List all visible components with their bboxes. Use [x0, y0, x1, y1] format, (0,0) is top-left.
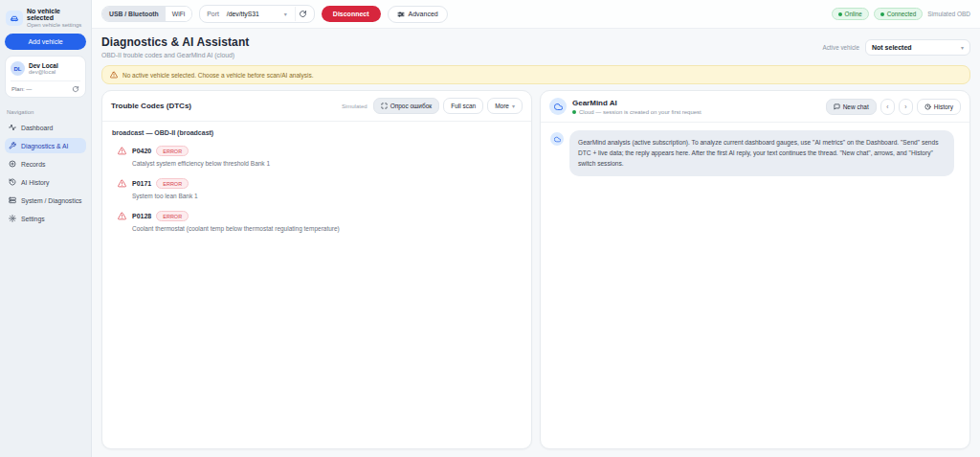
connected-status-badge: Connected [874, 8, 923, 20]
refresh-icon [299, 10, 307, 18]
dtc-group-title: broadcast — OBD-II (broadcast) [112, 129, 522, 136]
sidebar-item-label: AI History [21, 179, 49, 186]
page-title: Diagnostics & AI Assistant [101, 35, 249, 49]
cloud-icon [549, 98, 567, 115]
sidebar-item-ai-history[interactable]: AI History [5, 174, 86, 190]
avatar: DL [11, 61, 25, 76]
user-card: DL Dev Local dev@local Plan: — [5, 56, 86, 98]
warning-triangle-icon [118, 212, 126, 220]
user-email: dev@local [29, 69, 58, 75]
severity-badge: ERROR [156, 211, 189, 221]
more-button[interactable]: More▾ [487, 98, 523, 114]
dtc-panel: Trouble Codes (DTCs) Simulated Опрос оши… [101, 90, 532, 449]
refresh-icon[interactable] [72, 85, 79, 93]
full-scan-button[interactable]: Full scan [443, 98, 483, 114]
warning-triangle-icon [118, 179, 126, 188]
sidebar: No vehicle selected Open vehicle setting… [0, 0, 92, 457]
gear-icon [9, 215, 16, 222]
chat-icon [834, 103, 840, 110]
chevron-down-icon: ▾ [512, 103, 515, 109]
active-vehicle-label: Active vehicle [823, 44, 860, 51]
page-subtitle: OBD-II trouble codes and GearMind AI (cl… [101, 52, 249, 58]
sidebar-item-system-diagnostics[interactable]: System / Diagnostics [5, 193, 86, 208]
port-group: Port /dev/ttyS31 ▾ [199, 5, 315, 23]
wifi-tab[interactable]: WiFi [166, 7, 192, 21]
dtc-panel-title: Trouble Codes (DTCs) [111, 102, 191, 110]
no-vehicle-warning-banner: No active vehicle selected. Choose a veh… [101, 65, 970, 84]
prev-chat-button[interactable]: ‹ [880, 99, 895, 115]
warning-text: No active vehicle selected. Choose a veh… [122, 72, 313, 79]
warning-icon [110, 71, 118, 79]
server-icon [9, 196, 16, 204]
active-vehicle-value: Not selected [872, 44, 912, 51]
dtc-code: P0420 [132, 148, 151, 154]
disconnect-button[interactable]: Disconnect [322, 6, 381, 22]
ai-message-row: GearMind analysis (active subscription).… [550, 130, 960, 176]
vehicle-chip-subtitle: Open vehicle settings [27, 22, 85, 28]
dtc-description: System too lean Bank 1 [132, 193, 198, 199]
vehicle-chip[interactable]: No vehicle selected Open vehicle setting… [5, 6, 86, 34]
dtc-code: P0128 [132, 213, 151, 219]
sidebar-item-dashboard[interactable]: Dashboard [5, 120, 86, 135]
content-panels: Trouble Codes (DTCs) Simulated Опрос оши… [92, 90, 980, 457]
sidebar-item-records[interactable]: Records [5, 156, 86, 171]
dtc-row[interactable]: P0420 ERROR Catalyst system efficiency b… [112, 143, 522, 175]
simulated-obd-label: Simulated OBD [927, 11, 970, 17]
advanced-button[interactable]: Advanced [388, 6, 448, 23]
ai-avatar-cloud-icon [550, 132, 564, 146]
dtc-description: Catalyst system efficiency below thresho… [132, 160, 270, 167]
nav-section-label: Navigation [7, 109, 84, 115]
active-vehicle-select[interactable]: Not selected ▾ [865, 39, 970, 56]
ai-welcome-message: GearMind analysis (active subscription).… [569, 130, 954, 176]
dtc-row[interactable]: P0171 ERROR System too lean Bank 1 [112, 175, 522, 208]
sidebar-item-label: Diagnostics & AI [21, 143, 69, 149]
page-header: Diagnostics & AI Assistant OBD-II troubl… [92, 29, 980, 64]
chevron-down-icon: ▾ [961, 44, 964, 51]
sidebar-item-settings[interactable]: Settings [5, 211, 86, 226]
advanced-label: Advanced [409, 11, 438, 17]
scan-icon [381, 103, 388, 109]
car-icon [6, 11, 23, 26]
online-dot-icon [838, 12, 842, 16]
vehicle-chip-title: No vehicle selected [27, 8, 85, 21]
disc-icon [9, 160, 16, 168]
sliders-icon [397, 11, 405, 18]
connection-toolbar: USB / Bluetooth WiFi Port /dev/ttyS31 ▾ … [92, 0, 980, 29]
poll-errors-button[interactable]: Опрос ошибок [373, 98, 440, 114]
sidebar-item-label: Settings [21, 216, 45, 222]
dtc-mode-hint: Simulated [342, 103, 368, 109]
port-select[interactable]: /dev/ttyS31 ▾ [223, 11, 291, 17]
severity-badge: ERROR [156, 146, 189, 156]
dtc-code: P0171 [132, 180, 151, 187]
dtc-row[interactable]: P0128 ERROR Coolant thermostat (coolant … [112, 208, 522, 240]
severity-badge: ERROR [156, 178, 189, 189]
port-label: Port [204, 11, 218, 17]
wrench-icon [9, 142, 16, 149]
add-vehicle-button[interactable]: Add vehicle [5, 34, 86, 50]
sidebar-item-label: Dashboard [21, 125, 53, 131]
sidebar-item-label: System / Diagnostics [21, 197, 81, 204]
connected-dot-icon [880, 12, 884, 16]
new-chat-button[interactable]: New chat [826, 99, 877, 115]
ai-panel-subtitle: Cloud — session is created on your first… [579, 109, 702, 115]
cloud-status-dot-icon [572, 110, 576, 114]
transport-segmented-control: USB / Bluetooth WiFi [101, 6, 192, 22]
next-chat-button[interactable]: › [899, 99, 913, 115]
online-status-badge: Online [832, 8, 869, 20]
ai-panel-title: GearMind AI [572, 99, 702, 107]
sidebar-item-diagnostics[interactable]: Diagnostics & AI [5, 138, 86, 153]
refresh-ports-button[interactable] [295, 7, 310, 21]
history-clock-icon [924, 103, 931, 110]
history-icon [9, 178, 16, 186]
dtc-description: Coolant thermostat (coolant temp below t… [132, 225, 340, 232]
warning-triangle-icon [118, 147, 126, 155]
user-name: Dev Local [29, 62, 58, 69]
history-button[interactable]: History [917, 99, 961, 115]
port-value: /dev/ttyS31 [227, 11, 259, 17]
chevron-down-icon: ▾ [284, 11, 287, 17]
usb-bluetooth-tab[interactable]: USB / Bluetooth [102, 7, 166, 21]
plan-label: Plan: — [11, 86, 32, 92]
main-area: USB / Bluetooth WiFi Port /dev/ttyS31 ▾ … [92, 0, 980, 457]
activity-icon [9, 124, 16, 131]
ai-panel: GearMind AI Cloud — session is created o… [540, 90, 970, 449]
